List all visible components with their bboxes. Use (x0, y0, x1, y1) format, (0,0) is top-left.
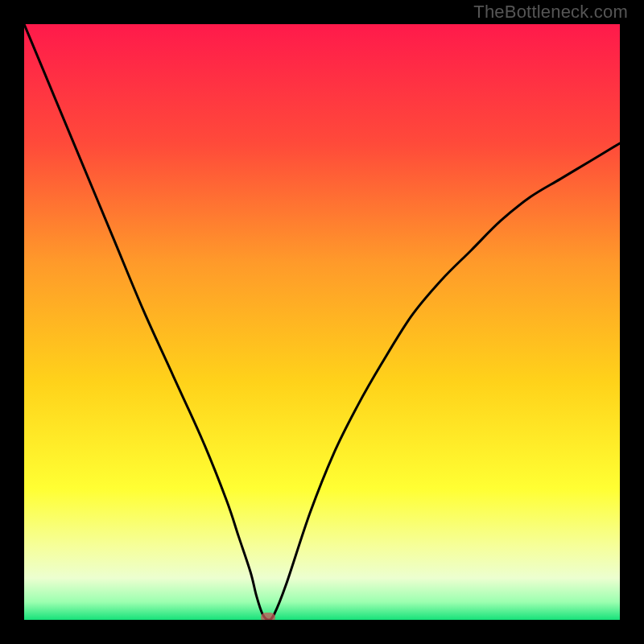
watermark-text: TheBottleneck.com (473, 2, 628, 23)
chart-plot-area (24, 24, 620, 620)
chart-marker-point (261, 613, 275, 620)
chart-frame (0, 0, 644, 644)
chart-curve (24, 24, 620, 620)
